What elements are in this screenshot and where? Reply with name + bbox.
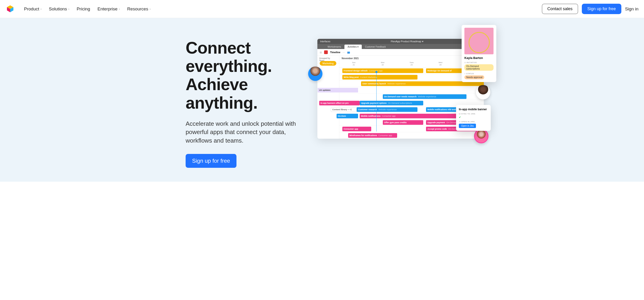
view-icon [324, 50, 328, 54]
profile-name: Kayla Barton [464, 56, 494, 60]
view-label: Timeline [330, 51, 340, 54]
profile-card: Kayla Barton ◇ INITIATIVE On-Demand subs… [462, 25, 496, 82]
nav-item-enterprise[interactable]: Enterprise› [98, 6, 120, 12]
mock-tab: Activities ▾ [344, 44, 362, 49]
chevron-right-icon: › [68, 8, 69, 11]
signup-button[interactable]: Sign up for free [582, 4, 621, 14]
hero-illustration: Interfaces FlexApp Product Roadmap ▾ Wor… [318, 39, 484, 139]
timeline-bar: Write blog postContent Marketing [342, 75, 418, 80]
avatar-1 [308, 66, 322, 81]
initiative-tag: On-Demand subscriptions [464, 64, 494, 71]
timeline-row: On Demand user needs researchWebsite exp… [339, 93, 484, 100]
open-jira-button[interactable]: Open in Jira [459, 124, 476, 128]
group-pill-marketing: Marketing [320, 61, 336, 66]
mockup-titlebar: Interfaces FlexApp Product Roadmap ▾ [318, 39, 484, 44]
signin-link[interactable]: Sign in [625, 6, 638, 12]
brand-logo[interactable] [6, 5, 15, 13]
status-label: ○ STATUS [464, 72, 494, 75]
hero-cta-button[interactable]: Sign up for free [186, 154, 236, 168]
timeline-bar: Frontend design refreshConsumer app [342, 68, 423, 73]
current-time-marker [376, 72, 376, 132]
mock-tab: Workstreams [324, 44, 344, 49]
nav-item-resources[interactable]: Resources› [127, 6, 150, 12]
chevron-right-icon: › [119, 8, 120, 11]
hero-subtext: Accelerate work and unlock potential wit… [186, 120, 304, 145]
task-card: In-app mobile banner ☑ SYNC TO JIRA ✔ ↗ … [456, 105, 491, 131]
chevron-right-icon: › [150, 8, 150, 11]
day-header: Sun21 [339, 62, 368, 66]
timeline-bar: Wireframes for notificationsConsumer app [348, 133, 397, 138]
avatar-2 [476, 85, 490, 100]
hero-section: Connect everything. Achieve anything. Ac… [0, 18, 644, 182]
more-icon: ⋯ [342, 51, 345, 54]
primary-nav: Product›Solutions›PricingEnterprise›Reso… [24, 6, 542, 12]
timeline-row: UX updates [339, 87, 484, 93]
status-tag: Needs approval [464, 75, 484, 79]
day-header: Wed24 [426, 62, 455, 66]
timeline-bar: User community launchWebsite experience [361, 81, 484, 86]
initiative-label: ◇ INITIATIVE [464, 62, 494, 64]
mockup-tabs: WorkstreamsActivities ▾Customer Feedback [318, 44, 484, 49]
timeline-row: Wireframes for notificationsConsumer app [339, 132, 484, 139]
nav-item-solutions[interactable]: Solutions› [49, 6, 69, 12]
day-header: Tues23 [397, 62, 426, 66]
day-header: Mon22 [368, 62, 397, 66]
timeline-bar: On-Dem [336, 114, 358, 118]
timeline-bar: UX updates [318, 88, 358, 92]
timeline-bar: Upgrade payment optionsOn-Demand subscri… [360, 101, 423, 106]
sync-jira-label: ☑ SYNC TO JIRA [459, 113, 488, 115]
people-icon: 👥 [347, 51, 350, 54]
interfaces-menu: Interfaces [320, 40, 330, 43]
timeline-bar: Offer gym pass credits [383, 120, 423, 125]
timeline-bar: Content library — C [331, 107, 357, 112]
sidebar-toggle-icon: ▤ [320, 51, 322, 54]
task-card-title: In-app mobile banner [459, 108, 488, 111]
avatar-3 [474, 129, 488, 143]
nav-item-product[interactable]: Product› [24, 6, 42, 12]
mock-tab: Customer Feedback [362, 44, 389, 49]
nav-item-pricing[interactable]: Pricing [77, 6, 90, 12]
contact-sales-button[interactable]: Contact sales [542, 4, 578, 14]
site-header: Product›Solutions›PricingEnterprise›Reso… [0, 0, 644, 18]
header-actions: Contact sales Sign up for free Sign in [542, 4, 638, 14]
hero-headline: Connect everything. Achieve anything. [186, 39, 304, 112]
app-title: FlexApp Product Roadmap ▾ [333, 40, 481, 43]
timeline-bar: On Demand user needs researchWebsite exp… [383, 94, 467, 99]
timeline-bar: Customer researchWebsite experience [357, 107, 418, 112]
open-jira-label: ↗ OPEN IN JIRA [459, 121, 488, 123]
timeline-bar: In-app banners effect on pro [319, 101, 360, 106]
profile-photo [464, 28, 494, 54]
timeline-bar: Consumer app [342, 127, 371, 131]
chevron-right-icon: › [40, 8, 42, 11]
check-icon: ✔ [459, 116, 488, 119]
mockup-toolbar: ▤ Timeline ⋯ 👥 [318, 49, 484, 56]
